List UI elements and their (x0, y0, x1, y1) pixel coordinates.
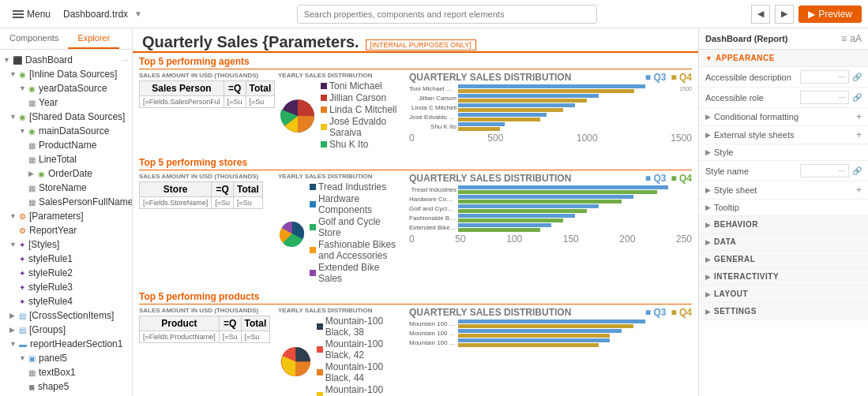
prop-dots-icon[interactable]: ··· (839, 73, 845, 81)
table-row: [=Fields.StoreName] [=Su [=Su (140, 197, 263, 209)
tree-label: [Inline Data Sources] (29, 69, 117, 80)
stores-yearly-title: YEARLY SALES DISTRIBUTION (278, 173, 404, 180)
tree-toggle: ▼ (9, 113, 17, 121)
tree-label: styleRule3 (28, 282, 73, 293)
tree-item-linetotal[interactable]: ▦ LineTotal (0, 152, 132, 166)
stores-col-2: Total (234, 182, 263, 197)
section-header-interactivity[interactable]: ▶ INTERACTIVITY (699, 268, 868, 286)
tree-item-salesperson[interactable]: ▦ SalesPersonFullName (0, 195, 132, 209)
dropdown-arrow-icon[interactable]: ▼ (134, 9, 142, 18)
tree-item-productname[interactable]: ▦ ProductName (0, 138, 132, 152)
tree-item-groups[interactable]: ▶ ▤ [Groups] (0, 323, 132, 337)
tab-explorer[interactable]: Explorer (68, 28, 119, 49)
legend-item: Extended Bike Sales (310, 262, 404, 284)
tree-label: styleRule4 (28, 296, 73, 307)
section-header-settings[interactable]: ▶ SETTINGS (699, 303, 868, 320)
tree-item-dashboard[interactable]: ▼ ⬛ DashBoard ··· (0, 53, 132, 67)
back-button[interactable]: ◀ (751, 5, 770, 24)
right-panel-icons: ≡ aA (841, 33, 862, 44)
center-canvas: Quarterly Sales {Parameters. [INTERNAL P… (133, 28, 698, 396)
add-icon[interactable]: + (856, 111, 862, 122)
bar-label: José Edvaldo Saraiva (409, 114, 457, 121)
field-icon: ▦ (28, 155, 36, 164)
expander-style[interactable]: ▶ Style (699, 144, 868, 161)
tree-item-stylerule2[interactable]: ✦ styleRule2 (0, 266, 132, 280)
tree-item-shared-ds[interactable]: ▼ ◉ [Shared Data Sources] (0, 110, 132, 124)
section-agents-title: Top 5 performing agents (139, 56, 692, 67)
font-icon[interactable]: aA (850, 33, 862, 44)
agents-pie-chart (278, 92, 318, 140)
section-header-appearance[interactable]: ▼ APPEARANCE (699, 50, 868, 67)
style-icon: ✦ (19, 283, 25, 292)
group-icon: ▤ (19, 326, 26, 334)
bar-label: Mountain 100 Black, 42 (409, 339, 457, 346)
preview-button[interactable]: ▶ Preview (798, 6, 862, 23)
field-icon: ▦ (28, 141, 36, 150)
tree-label: ProductName (39, 140, 96, 151)
bar-row: Toni Michael Rebor 1500 (409, 84, 692, 93)
tree-item-reportyear[interactable]: ⚙ ReportYear (0, 223, 132, 237)
datasource-icon: ◉ (19, 70, 26, 79)
expand-arrow-icon: ▶ (705, 186, 711, 194)
expander-external-style-sheets[interactable]: ▶ External style sheets + (699, 126, 868, 144)
datasource-icon: ◉ (28, 84, 36, 93)
tree-item-year-ds[interactable]: ▼ ◉ yearDataSource (0, 81, 132, 95)
tree-item-shape5[interactable]: ◼ shape5 (0, 379, 132, 394)
expander-style-sheet[interactable]: ▶ Style sheet + (699, 181, 868, 200)
tree-item-repheader[interactable]: ▼ ▬ reportHeaderSection1 (0, 337, 132, 351)
expander-tooltip[interactable]: ▶ Tooltip (699, 200, 868, 216)
prop-link-icon[interactable]: 🔗 (852, 73, 862, 81)
expander-conditional-formatting[interactable]: ▶ Conditional formatting + (699, 108, 868, 126)
search-input[interactable] (297, 5, 597, 24)
tree-item-inline-ds[interactable]: ▼ ◉ [Inline Data Sources] (0, 67, 132, 81)
agents-cell-2: [=Su (246, 96, 275, 108)
bar-row: Fashionable Bikes and (409, 214, 692, 222)
tree-item-crosssection[interactable]: ▶ ▤ [CrossSectionItems] (0, 308, 132, 323)
dots-icon[interactable]: ··· (122, 56, 129, 65)
tree-item-textbox1[interactable]: ▦ textBox1 (0, 365, 132, 379)
tree-item-styles[interactable]: ▼ ✦ [Styles] (0, 237, 132, 252)
tree-item-stylerule1[interactable]: ✦ styleRule1 (0, 252, 132, 266)
tree-toggle: ▼ (9, 241, 17, 248)
menu-button[interactable]: Menu (6, 6, 57, 23)
prop-dots-icon[interactable]: ··· (839, 93, 845, 102)
prop-link-icon[interactable]: 🔗 (852, 93, 862, 102)
stores-bars: Tread Industries Hardware Components Gol… (409, 185, 692, 245)
section-stores-title: Top 5 performing stores (139, 157, 692, 168)
tree-item-params[interactable]: ▼ ⚙ [Parameters] (0, 209, 132, 223)
add-icon[interactable]: + (856, 129, 862, 140)
bar-row: Mountain 100 Black, 38 (409, 329, 692, 338)
tree-item-panel5[interactable]: ▼ ▣ panel5 (0, 351, 132, 365)
forward-button[interactable]: ▶ (775, 5, 794, 24)
stores-yearly-area: YEARLY SALES DISTRIBUTION Tread Industri… (278, 173, 404, 285)
section-header-layout[interactable]: ▶ LAYOUT (699, 286, 868, 303)
prop-dots-icon[interactable]: ··· (839, 166, 845, 175)
legend-item: Toni Michael (321, 80, 404, 92)
bar-label: Fashionable Bikes and (409, 215, 457, 222)
tree-item-year[interactable]: ▦ Year (0, 95, 132, 110)
products-pie-chart (278, 340, 314, 383)
products-yearly-area: YEARLY SALES DISTRIBUTION Mountain-100 B… (278, 307, 404, 396)
bar-row: Mountain 100 Black, 42 (409, 338, 692, 347)
section-header-data[interactable]: ▶ DATA (699, 233, 868, 251)
agents-legend: Toni Michael Jillian Carson Linda C Mitc… (321, 80, 404, 151)
prop-link-icon[interactable]: 🔗 (852, 166, 862, 175)
datasource-icon: ◉ (28, 127, 36, 136)
field-icon: ▦ (28, 368, 36, 377)
tab-components[interactable]: Components (0, 28, 68, 49)
tree-item-stylerule4[interactable]: ✦ styleRule4 (0, 294, 132, 308)
stores-table-header: SALES AMOUNT IN USD (THOUSANDS) (139, 173, 273, 180)
tree-item-stylerule3[interactable]: ✦ styleRule3 (0, 280, 132, 294)
section-header-behavior[interactable]: ▶ BEHAVIOR (699, 216, 868, 233)
section-header-general[interactable]: ▶ GENERAL (699, 251, 868, 268)
expand-arrow-icon: ▶ (705, 204, 711, 211)
tree-toggle: ▼ (3, 56, 11, 64)
tree-item-storename[interactable]: ▦ StoreName (0, 181, 132, 195)
add-icon[interactable]: + (856, 185, 862, 196)
tree-item-orderdate[interactable]: ▶ ◉ OrderDate (0, 166, 132, 181)
list-icon[interactable]: ≡ (841, 33, 847, 44)
tree-item-main-ds[interactable]: ▼ ◉ mainDataSource (0, 124, 132, 138)
database-icon: ⬛ (13, 56, 22, 65)
stores-legend: Tread Industries Hardware Components Gol… (310, 181, 404, 285)
stores-cell-1: [=Su (212, 197, 234, 209)
